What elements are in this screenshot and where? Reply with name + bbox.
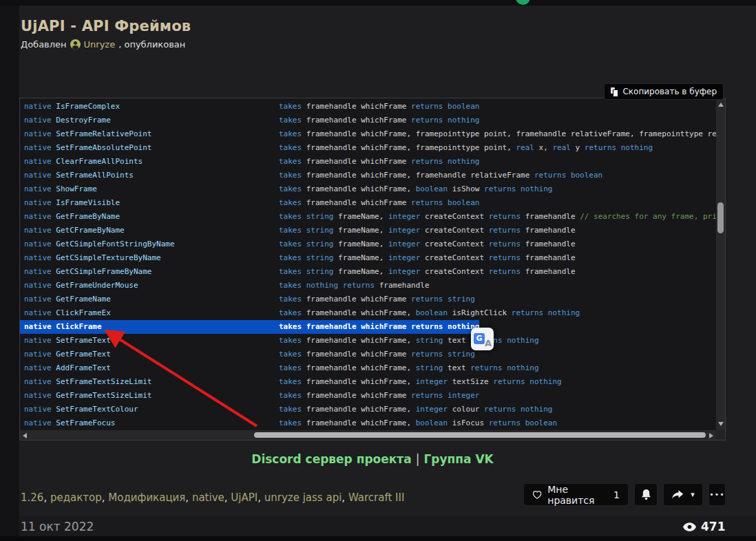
- link-separator: |: [412, 452, 424, 466]
- byline: Добавлен Unryze , опубликован: [21, 39, 185, 50]
- tag-link[interactable]: 1.26: [21, 491, 43, 504]
- code-line-GetFrameTextSizeLimit[interactable]: native GetFrameTextSizeLimittakes frameh…: [20, 389, 716, 403]
- code-line-IsFrameComplex[interactable]: native IsFrameComplextakes framehandle w…: [20, 100, 716, 114]
- code-line-ClickFrameEx[interactable]: native ClickFrameExtakes framehandle whi…: [20, 306, 716, 320]
- byline-suffix: , опубликован: [118, 39, 185, 50]
- code-line-SetFrameAllPoints[interactable]: native SetFrameAllPointstakes framehandl…: [20, 169, 716, 182]
- like-button[interactable]: Мне нравится 1: [523, 483, 629, 506]
- scroll-right-arrow-icon[interactable]: [709, 433, 713, 438]
- vertical-scrollbar-thumb[interactable]: [717, 202, 724, 233]
- vk-link[interactable]: Группа VK: [423, 452, 493, 466]
- code-line-GetCSimpleTextureByName[interactable]: native GetCSimpleTextureByNametakes stri…: [20, 251, 716, 265]
- scrollbar-corner: [716, 430, 725, 440]
- vertical-scrollbar[interactable]: [716, 98, 725, 430]
- code-line-ClearFrameAllPoints[interactable]: native ClearFrameAllPointstakes framehan…: [20, 155, 716, 169]
- code-line-GetCSimpleFrameByName[interactable]: native GetCSimpleFrameByNametakes string…: [20, 265, 716, 279]
- notify-button[interactable]: [634, 483, 658, 506]
- copy-icon: [611, 87, 618, 96]
- tag-link[interactable]: unryze jass api: [264, 491, 342, 504]
- tag-separator: ,: [258, 491, 264, 504]
- green-status-dot: [516, 0, 530, 5]
- code-line-GetFrameByName[interactable]: native GetFrameByNametakes string frameN…: [20, 210, 716, 224]
- more-options-button[interactable]: •••: [708, 483, 726, 506]
- publish-date: 11 окт 2022: [21, 520, 94, 533]
- share-arrow-icon: [671, 489, 684, 500]
- page-title: UjAPI - API Фреймов: [21, 18, 191, 34]
- top-strip: [0, 0, 756, 6]
- tag-link[interactable]: native: [192, 491, 224, 504]
- code-line-GetFrameName[interactable]: native GetFrameNametakes framehandle whi…: [20, 293, 716, 306]
- code-line-AddFrameText[interactable]: native AddFrameTexttakes framehandle whi…: [20, 361, 716, 375]
- copy-to-clipboard-button[interactable]: Скопировать в буфер: [604, 83, 724, 100]
- scroll-up-arrow-icon[interactable]: [718, 103, 724, 107]
- author-avatar-icon[interactable]: [70, 39, 81, 50]
- discord-link[interactable]: Discord сервер проекта: [251, 452, 411, 466]
- tags-list: 1.26, редактор, Модификация, native, UjA…: [21, 491, 404, 504]
- author-link[interactable]: Unryze: [84, 39, 116, 50]
- scroll-down-arrow-icon[interactable]: [718, 422, 724, 426]
- bottom-strip: [0, 536, 756, 541]
- code-line-ShowFrame[interactable]: native ShowFrametakes framehandle whichF…: [20, 182, 716, 196]
- tag-link[interactable]: редактор: [50, 491, 102, 504]
- code-line-GetCSimpleFontStringByName[interactable]: native GetCSimpleFontStringByNametakes s…: [20, 237, 716, 251]
- footer-band: [19, 516, 756, 536]
- like-label: Мне нравится: [547, 484, 607, 506]
- horizontal-scrollbar-thumb[interactable]: [254, 432, 706, 438]
- code-line-GetCFrameByName[interactable]: native GetCFrameByNametakes string frame…: [20, 224, 716, 237]
- byline-prefix: Добавлен: [21, 39, 67, 50]
- code-line-SetFrameRelativePoint[interactable]: native SetFrameRelativePointtakes frameh…: [20, 127, 716, 141]
- share-dropdown-caret-icon[interactable]: ▾: [691, 490, 695, 499]
- tag-separator: ,: [43, 491, 50, 504]
- code-line-SetFrameFocus[interactable]: native SetFrameFocustakes framehandle wh…: [20, 416, 716, 430]
- tag-separator: ,: [224, 491, 231, 504]
- tag-link[interactable]: Warcraft III: [348, 491, 404, 504]
- copy-button-label: Скопировать в буфер: [622, 87, 717, 96]
- heart-icon: [532, 489, 542, 500]
- translate-a-glyph: A: [485, 339, 492, 348]
- code-block: native IsFrameComplextakes framehandle w…: [19, 98, 726, 441]
- translate-icon[interactable]: G A: [471, 328, 494, 350]
- code-line-IsFrameVisible[interactable]: native IsFrameVisibletakes framehandle w…: [20, 196, 716, 210]
- horizontal-scrollbar[interactable]: [20, 430, 716, 440]
- social-links: Discord сервер проекта|Группа VK: [19, 452, 726, 466]
- tag-separator: ,: [185, 491, 192, 504]
- code-line-SetFrameAbsolutePoint[interactable]: native SetFrameAbsolutePointtakes frameh…: [20, 141, 716, 155]
- bell-icon: [641, 489, 651, 500]
- tag-separator: ,: [102, 491, 109, 504]
- code-line-SetFrameTextColour[interactable]: native SetFrameTextColourtakes framehand…: [20, 403, 716, 416]
- code-line-SetFrameTextSizeLimit[interactable]: native SetFrameTextSizeLimittakes frameh…: [20, 375, 716, 389]
- translate-g-badge: G: [474, 333, 485, 344]
- code-line-SetFrameText[interactable]: native SetFrameTexttakes framehandle whi…: [20, 334, 716, 348]
- code-line-GetFrameText[interactable]: native GetFrameTexttakes framehandle whi…: [20, 348, 716, 361]
- code-line-ClickFrame[interactable]: native ClickFrametakes framehandle which…: [20, 320, 716, 334]
- eye-icon: [683, 522, 696, 531]
- code-lines: native IsFrameComplextakes framehandle w…: [20, 100, 716, 430]
- code-line-GetFrameUnderMouse[interactable]: native GetFrameUnderMousetakes nothing r…: [20, 279, 716, 293]
- view-counter: 471: [683, 520, 726, 533]
- scroll-left-arrow-icon[interactable]: [23, 433, 27, 438]
- like-count: 1: [607, 489, 620, 500]
- view-count: 471: [701, 520, 726, 533]
- code-line-DestroyFrame[interactable]: native DestroyFrametakes framehandle whi…: [20, 114, 716, 127]
- tag-link[interactable]: UjAPI: [231, 491, 258, 504]
- share-button[interactable]: ▾: [663, 483, 703, 506]
- tag-link[interactable]: Модификация: [108, 491, 185, 504]
- tag-separator: ,: [342, 491, 348, 504]
